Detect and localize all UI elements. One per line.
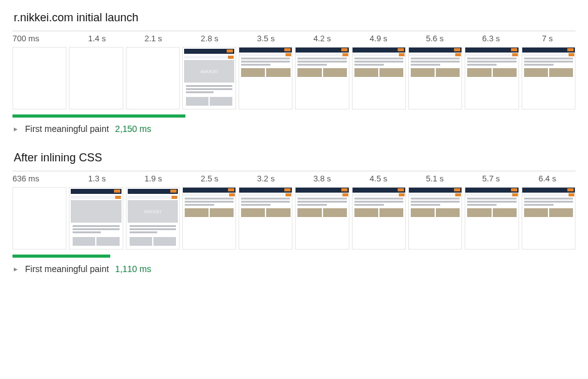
frame-content (465, 188, 518, 219)
filmstrip-frame[interactable] (69, 47, 123, 109)
filmstrip-frame[interactable] (522, 47, 575, 109)
disclosure-triangle-icon[interactable]: ▸ (13, 124, 19, 133)
section-title: r.nikkei.com initial launch (14, 11, 575, 24)
fmp-progress-bar (13, 114, 185, 118)
filmstrip-frames: NIKKEI (13, 47, 575, 109)
timeline-tick: 700 ms (13, 34, 69, 43)
frame-content (353, 48, 405, 79)
thumb-text-lines (522, 56, 575, 68)
thumb-text-lines (296, 196, 348, 208)
filmstrip-section: After inlining CSS636 ms1.3 s1.9 s2.5 s3… (13, 151, 575, 274)
filmstrip-frame[interactable] (295, 187, 349, 250)
thumb-subrow (465, 208, 518, 219)
fmp-value: 2,150 ms (115, 124, 152, 134)
thumb-navbar (71, 189, 121, 194)
fmp-row[interactable]: ▸First meaningful paint1,110 ms (13, 264, 575, 274)
fmp-progress-bar (13, 255, 110, 258)
thumb-tagbar (128, 196, 178, 199)
thumb-hero: NIKKEI (128, 200, 178, 223)
filmstrip-frame[interactable] (13, 47, 66, 109)
timeline-tick: 4.5 s (350, 174, 406, 183)
thumb-navbar (183, 188, 235, 193)
thumb-subrow (183, 208, 235, 219)
thumb-navbar (353, 188, 405, 193)
filmstrip-frame[interactable] (295, 47, 349, 109)
fmp-row[interactable]: ▸First meaningful paint2,150 ms (13, 124, 575, 134)
thumb-hero (71, 200, 121, 223)
thumb-navbar (522, 48, 575, 53)
filmstrip-frames: NIKKEI (13, 187, 575, 250)
fmp-label: First meaningful paint (25, 124, 109, 134)
filmstrip-frame[interactable] (408, 47, 462, 109)
fmp-label: First meaningful paint (25, 264, 109, 274)
thumb-text-lines (465, 56, 518, 68)
frame-content (522, 48, 575, 79)
frame-content: NIKKEI (183, 48, 235, 109)
thumb-navbar (296, 48, 348, 53)
thumb-navbar (409, 188, 462, 193)
filmstrip-frame[interactable] (465, 47, 518, 109)
filmstrip-frame[interactable] (522, 187, 575, 250)
thumb-tagbar (465, 193, 518, 196)
thumb-subrow (522, 208, 575, 219)
thumb-navbar (465, 188, 518, 193)
filmstrip-frame[interactable]: NIKKEI (182, 47, 236, 109)
filmstrip-frame[interactable] (239, 47, 292, 109)
timeline-tick: 2.5 s (182, 174, 238, 183)
timeline-tick: 1.4 s (69, 34, 125, 43)
thumb-subrow (353, 208, 405, 219)
thumb-navbar (522, 188, 575, 193)
thumb-text-lines (239, 56, 292, 68)
frame-content (409, 48, 462, 79)
filmstrip-frame[interactable] (239, 187, 292, 250)
thumb-tagbar (239, 193, 292, 196)
thumb-text-lines (465, 196, 518, 208)
thumb-tagbar (522, 193, 575, 196)
frame-content (296, 188, 348, 219)
filmstrip-frame[interactable] (408, 187, 462, 250)
filmstrip-frame[interactable] (69, 187, 123, 250)
frame-content (239, 188, 292, 219)
fmp-progress-track (13, 114, 575, 118)
thumb-hero: NIKKEI (184, 60, 234, 83)
timeline-rule: 700 ms1.4 s2.1 s2.8 s3.5 s4.2 s4.9 s5.6 … (13, 31, 575, 43)
thumb-text-lines (353, 56, 405, 68)
timeline-tick: 1.9 s (125, 174, 182, 183)
thumb-subrow (296, 208, 348, 219)
frame-content (409, 188, 462, 219)
thumb-navbar (353, 48, 405, 53)
filmstrip-frame[interactable] (13, 187, 66, 250)
timeline-tick: 6.3 s (463, 34, 519, 43)
thumb-tagbar (183, 193, 235, 196)
filmstrip-frame[interactable] (126, 47, 180, 109)
filmstrip-frame[interactable]: NIKKEI (126, 187, 180, 250)
thumb-subrow (239, 68, 292, 79)
thumb-subrow (409, 68, 462, 79)
thumb-subrow (71, 237, 121, 248)
thumb-navbar (184, 49, 234, 54)
thumb-tagbar (409, 193, 462, 196)
filmstrip-frame[interactable] (352, 47, 406, 109)
frame-content (465, 48, 518, 79)
frame-content (353, 188, 405, 219)
thumb-navbar (239, 188, 292, 193)
filmstrip-frame[interactable] (465, 187, 518, 250)
filmstrip-frame[interactable] (182, 187, 236, 250)
frame-content (70, 188, 122, 249)
thumb-text-lines (128, 224, 178, 236)
thumb-text-lines (183, 196, 235, 208)
thumb-navbar (128, 189, 178, 194)
disclosure-triangle-icon[interactable]: ▸ (13, 265, 19, 273)
thumb-subrow (184, 97, 234, 108)
thumb-subrow (296, 68, 348, 79)
timeline-tick: 2.1 s (125, 34, 182, 43)
timeline-tick: 5.6 s (406, 34, 463, 43)
filmstrip-frame[interactable] (352, 187, 406, 250)
thumb-tagbar (465, 53, 518, 56)
timeline-tick: 5.7 s (463, 174, 519, 183)
timeline-rule: 636 ms1.3 s1.9 s2.5 s3.2 s3.8 s4.5 s5.1 … (13, 171, 575, 183)
thumb-subrow (239, 208, 292, 219)
thumb-subrow (522, 68, 575, 79)
timeline-tick: 4.9 s (350, 34, 406, 43)
thumb-text-lines (409, 196, 462, 208)
